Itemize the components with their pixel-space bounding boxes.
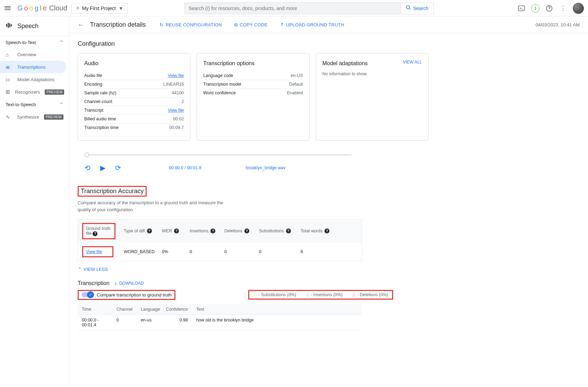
- forward-icon[interactable]: ⟳: [115, 164, 121, 172]
- sidebar-item-overview[interactable]: ⌂ Overview: [0, 49, 69, 61]
- ground-truth-file-link[interactable]: View file: [86, 249, 102, 254]
- configuration-title: Configuration: [78, 40, 429, 48]
- chevron-up-icon: ⌃: [59, 102, 63, 107]
- content: ← Transcription details ↻ REUSE CONFIGUR…: [69, 17, 588, 387]
- timestamp: 04/03/2023, 10:41 AM: [536, 22, 580, 27]
- project-name: My First Project: [82, 6, 116, 11]
- help-icon[interactable]: ?: [286, 229, 291, 233]
- kv-row: Sample rate (hz)44100: [84, 89, 184, 97]
- layout: Speech Speech-to-Text ⌃ ⌂ Overview ≣ Tra…: [0, 17, 588, 387]
- product-header[interactable]: Speech: [0, 17, 69, 36]
- project-selector[interactable]: ⁘ My First Project ▼: [71, 3, 128, 14]
- audio-track[interactable]: [85, 154, 352, 155]
- sidebar-item-synthesize[interactable]: ∿ Synthesize PREVIEW: [0, 111, 69, 123]
- accuracy-desc: Compare accuracy of the transcription to…: [78, 199, 223, 213]
- accuracy-title: Transcription Accuracy: [81, 188, 144, 195]
- copy-code-button[interactable]: ⧉ COPY CODE: [234, 22, 268, 28]
- svg-rect-7: [11, 24, 12, 26]
- kv-row: EncodingLINEAR16: [84, 80, 184, 89]
- compare-label: Compare transcription to ground truth: [97, 292, 172, 298]
- sidebar-item-transcriptions[interactable]: ≣ Transcriptions: [0, 61, 66, 73]
- kv-row: Billed audio time00:02: [84, 115, 184, 123]
- config-cards: Audio Audio fileView fileEncodingLINEAR1…: [78, 53, 429, 140]
- kv-row: Word confidenceEnabled: [203, 89, 303, 97]
- kv-row: TranscriptView file: [84, 106, 184, 115]
- svg-point-0: [406, 6, 409, 9]
- preview-badge: PREVIEW: [45, 89, 64, 95]
- transcription-row: 00:00.0 - 00:01.4 0 en-us 0.98 how old i…: [78, 315, 362, 330]
- svg-line-1: [409, 8, 410, 9]
- refresh-icon: ↻: [159, 22, 163, 27]
- home-icon: ⌂: [6, 52, 12, 58]
- player-file: brooklyn_bridge.wav: [246, 165, 286, 170]
- help-icon[interactable]: ?: [147, 229, 152, 233]
- kv-row: Channel count2: [84, 97, 184, 106]
- product-name: Speech: [17, 23, 38, 30]
- sidebar-section-stt[interactable]: Speech-to-Text ⌃: [0, 36, 69, 49]
- gcp-logo[interactable]: Google Cloud: [17, 4, 67, 12]
- transcription-header: Transcription ⭳ DOWNLOAD: [78, 280, 429, 286]
- topbar-right: 1 ⋮: [517, 3, 584, 14]
- grid-icon: ⊞: [6, 89, 10, 95]
- kv-row: Language codeen-US: [203, 71, 303, 80]
- help-icon[interactable]: ?: [244, 229, 249, 233]
- sub-color-icon: [253, 293, 257, 297]
- menu-icon[interactable]: [4, 5, 11, 12]
- sidebar-item-recognizers[interactable]: ⊞ Recognizers PREVIEW: [0, 86, 69, 98]
- page-header: ← Transcription details ↻ REUSE CONFIGUR…: [69, 17, 588, 33]
- back-arrow-icon[interactable]: ←: [78, 21, 85, 29]
- transcription-table: Time Channel Language Confidence Text 00…: [78, 304, 362, 330]
- track-handle[interactable]: [85, 153, 89, 157]
- view-file-link[interactable]: View file: [168, 108, 184, 113]
- no-info-text: No information to show.: [322, 71, 422, 76]
- chevron-up-icon: ⌃: [59, 40, 63, 45]
- chevron-down-icon: ▼: [119, 6, 123, 11]
- kv-row: Transcription modelDefault: [203, 80, 303, 89]
- kv-row: Transcription time00:09.7: [84, 123, 184, 132]
- avatar[interactable]: [573, 3, 584, 14]
- play-icon[interactable]: ▶: [100, 164, 105, 172]
- help-icon[interactable]: ?: [325, 229, 329, 233]
- speech-icon: [6, 22, 13, 31]
- audio-card-title: Audio: [84, 60, 184, 67]
- view-file-link[interactable]: View file: [168, 73, 184, 78]
- audio-card: Audio Audio fileView fileEncodingLINEAR1…: [78, 53, 190, 140]
- download-button[interactable]: ⭳ DOWNLOAD: [114, 281, 144, 286]
- rewind-icon[interactable]: ⟲: [85, 164, 90, 172]
- search-box[interactable]: [184, 2, 401, 14]
- compare-toggle[interactable]: ✓: [81, 292, 93, 297]
- help-icon[interactable]: ?: [93, 231, 97, 236]
- compare-row: ✓ Compare transcription to ground truth …: [78, 290, 429, 300]
- del-color-icon: [352, 293, 356, 297]
- upload-ground-truth-button[interactable]: ⤒ UPLOAD GROUND TRUTH: [280, 22, 344, 27]
- list-icon: ≣: [6, 64, 12, 70]
- sidebar-section-tts[interactable]: Text-to-Speech ⌃: [0, 98, 69, 111]
- preview-badge: PREVIEW: [44, 114, 63, 120]
- view-all-link[interactable]: VIEW ALL: [403, 60, 422, 64]
- project-icon: ⁘: [76, 6, 79, 11]
- help-icon[interactable]: ?: [174, 229, 179, 233]
- accuracy-table: Ground truth file ? Type of diff? WER? I…: [78, 219, 362, 261]
- search-button[interactable]: Search: [401, 2, 434, 14]
- help-icon[interactable]: ?: [210, 229, 215, 233]
- reuse-config-button[interactable]: ↻ REUSE CONFIGURATION: [159, 22, 222, 27]
- view-less-button[interactable]: ⌃ VIEW LESS: [78, 267, 429, 272]
- search-input[interactable]: [189, 6, 396, 11]
- cloud-shell-icon[interactable]: [517, 4, 526, 12]
- adaptations-card: VIEW ALL Model adaptations No informatio…: [316, 53, 429, 140]
- accuracy-title-highlight: Transcription Accuracy: [78, 186, 147, 197]
- player-time: 00:00.0 / 00:01.8: [169, 165, 201, 170]
- search-icon: [406, 5, 411, 11]
- ins-color-icon: [306, 293, 309, 297]
- compare-toggle-wrap: ✓ Compare transcription to ground truth: [81, 292, 172, 298]
- help-icon[interactable]: [545, 4, 553, 12]
- kv-row: Audio fileView file: [84, 71, 184, 80]
- notifications-badge[interactable]: 1: [531, 4, 539, 12]
- accuracy-data-row: View file WORD_BASED 0% 0 0 0 6: [78, 243, 362, 261]
- transcription-header-row: Time Channel Language Confidence Text: [78, 304, 362, 315]
- sidebar-item-model-adaptations[interactable]: ⚏ Model Adaptations: [0, 73, 69, 86]
- more-icon[interactable]: ⋮: [559, 4, 567, 12]
- accuracy-header-row: Ground truth file ? Type of diff? WER? I…: [78, 220, 362, 243]
- options-card-title: Transcription options: [203, 60, 303, 67]
- top-bar: Google Cloud ⁘ My First Project ▼ Search…: [0, 0, 588, 17]
